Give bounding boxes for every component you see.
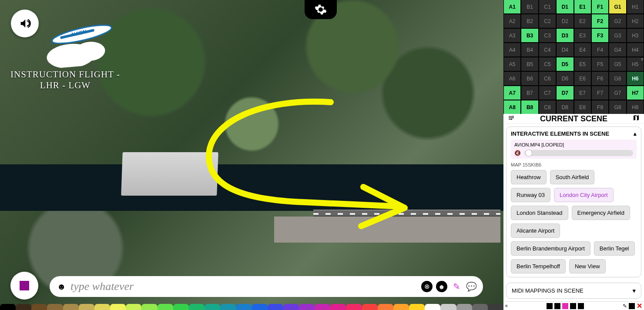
chat-icon[interactable]: 💬 bbox=[466, 281, 477, 292]
grid-cell-B2[interactable]: B2 bbox=[521, 14, 538, 28]
color-swatch[interactable] bbox=[547, 303, 553, 309]
handle-icon[interactable]: ≡ bbox=[505, 303, 508, 308]
palette-swatch[interactable] bbox=[315, 304, 330, 310]
record-button[interactable] bbox=[10, 272, 38, 300]
palette-swatch[interactable] bbox=[94, 304, 110, 310]
tag-heathrow[interactable]: Heathrow bbox=[511, 170, 547, 184]
palette-swatch[interactable] bbox=[362, 304, 378, 310]
grid-cell-G7[interactable]: G7 bbox=[609, 86, 626, 100]
grid-cell-C1[interactable]: C1 bbox=[539, 0, 556, 13]
grid-cell-D8[interactable]: D8 bbox=[557, 100, 573, 114]
grid-cell-A7[interactable]: A7 bbox=[504, 86, 520, 100]
tag-berlin-brandemburg-airport[interactable]: Berlin Brandemburg Airport bbox=[511, 241, 590, 256]
palette-swatch[interactable] bbox=[16, 304, 31, 310]
grid-cell-B7[interactable]: B7 bbox=[521, 86, 538, 100]
settings-sliders-icon[interactable] bbox=[508, 114, 515, 123]
palette-swatch[interactable] bbox=[425, 304, 440, 310]
palette-swatch[interactable] bbox=[63, 304, 79, 310]
tag-london-city-airport[interactable]: London City Airport bbox=[554, 188, 614, 202]
chat-input[interactable] bbox=[70, 280, 418, 293]
color-swatch[interactable] bbox=[629, 303, 635, 309]
palette-swatch[interactable] bbox=[173, 304, 189, 310]
grid-cell-D3[interactable]: D3 bbox=[557, 29, 573, 42]
grid-cell-C6[interactable]: C6 bbox=[539, 72, 556, 85]
tag-berlin-tegel[interactable]: Berlin Tegel bbox=[594, 241, 635, 256]
grid-cell-A5[interactable]: A5 bbox=[504, 57, 520, 71]
grid-cell-B1[interactable]: B1 bbox=[521, 0, 538, 13]
grid-cell-G8[interactable]: G8 bbox=[609, 100, 626, 114]
grid-cell-E5[interactable]: E5 bbox=[574, 57, 591, 71]
tag-london-stanstead[interactable]: London Stanstead bbox=[511, 206, 568, 220]
grid-cell-H3[interactable]: H3 bbox=[627, 29, 644, 42]
grid-cell-H7[interactable]: H7 bbox=[627, 86, 644, 100]
grid-cell-D2[interactable]: D2 bbox=[557, 14, 573, 28]
grid-cell-C7[interactable]: C7 bbox=[539, 86, 556, 100]
grid-cell-C5[interactable]: C5 bbox=[539, 57, 556, 71]
midi-mappings-panel[interactable]: MIDI MAPPINGS IN SCENE ▾ bbox=[506, 283, 641, 299]
edit-icon[interactable]: ✎ bbox=[623, 303, 627, 309]
grid-cell-D5[interactable]: D5 bbox=[557, 57, 573, 71]
grid-cell-B3[interactable]: B3 bbox=[521, 29, 538, 42]
palette-swatch[interactable] bbox=[378, 304, 393, 310]
grid-cell-H5[interactable]: H55 bbox=[627, 57, 644, 71]
grid-cell-G4[interactable]: G4 bbox=[609, 43, 626, 57]
grid-cell-C8[interactable]: C8 bbox=[539, 100, 556, 114]
palette-swatch[interactable] bbox=[299, 304, 315, 310]
map-icon[interactable] bbox=[633, 114, 640, 123]
color-swatch-active[interactable] bbox=[562, 303, 568, 309]
palette-swatch[interactable] bbox=[110, 304, 126, 310]
emoji-icon[interactable]: ☻ bbox=[56, 281, 67, 292]
grid-cell-A4[interactable]: A4 bbox=[504, 43, 520, 57]
grid-cell-E1[interactable]: E1 bbox=[574, 0, 591, 13]
grid-cell-A8[interactable]: A8 bbox=[504, 100, 520, 114]
grid-cell-G6[interactable]: G6 bbox=[609, 72, 626, 85]
grid-cell-D4[interactable]: D4 bbox=[557, 43, 573, 57]
grid-cell-E7[interactable]: E7 bbox=[574, 86, 591, 100]
settings-button[interactable] bbox=[305, 0, 337, 19]
grid-cell-B8[interactable]: B8 bbox=[521, 100, 538, 114]
color-swatch[interactable] bbox=[570, 303, 576, 309]
palette-swatch[interactable] bbox=[189, 304, 205, 310]
grid-cell-E3[interactable]: E3 bbox=[574, 29, 591, 42]
palette-swatch[interactable] bbox=[409, 304, 425, 310]
grid-cell-D1[interactable]: D1 bbox=[557, 0, 573, 13]
palette-swatch[interactable] bbox=[268, 304, 283, 310]
grid-cell-F3[interactable]: F3 bbox=[592, 29, 608, 42]
grid-cell-G1[interactable]: G1 bbox=[609, 0, 626, 13]
palette-swatch[interactable] bbox=[79, 304, 94, 310]
tag-alicante-airport[interactable]: Alicante Airport bbox=[511, 223, 560, 238]
grid-cell-D6[interactable]: D6 bbox=[557, 72, 573, 85]
tag-emergency-airfield[interactable]: Emergency Airfield bbox=[572, 206, 630, 220]
pencil-icon[interactable]: ✎ bbox=[451, 281, 462, 292]
tag-berlin-tempelhoff[interactable]: Berlin Tempelhoff bbox=[511, 259, 566, 273]
globe-icon[interactable]: ☻ bbox=[436, 281, 447, 292]
grid-cell-G2[interactable]: G2 bbox=[609, 14, 626, 28]
palette-swatch[interactable] bbox=[236, 304, 252, 310]
grid-cell-F2[interactable]: F2 bbox=[592, 14, 608, 28]
grid-cell-E2[interactable]: E2 bbox=[574, 14, 591, 28]
mute-icon[interactable]: 🔇 bbox=[514, 150, 521, 156]
grid-cell-C2[interactable]: C2 bbox=[539, 14, 556, 28]
tag-runway-03[interactable]: Runway 03 bbox=[511, 188, 550, 202]
grid-cell-A2[interactable]: A2 bbox=[504, 14, 520, 28]
palette-swatch[interactable] bbox=[205, 304, 220, 310]
grid-cell-F8[interactable]: F8 bbox=[592, 100, 608, 114]
grid-cell-B6[interactable]: B6 bbox=[521, 72, 538, 85]
grid-cell-H1[interactable]: H1 bbox=[627, 0, 644, 13]
color-swatch[interactable] bbox=[578, 303, 584, 309]
palette-swatch[interactable] bbox=[252, 304, 268, 310]
grid-cell-G3[interactable]: G3 bbox=[609, 29, 626, 42]
grid-cell-H4[interactable]: H4 bbox=[627, 43, 644, 57]
grid-cell-F5[interactable]: F5 bbox=[592, 57, 608, 71]
palette-swatch[interactable] bbox=[220, 304, 236, 310]
grid-cell-C3[interactable]: C3 bbox=[539, 29, 556, 42]
color-swatch[interactable] bbox=[554, 303, 560, 309]
tag-new-view[interactable]: New View bbox=[569, 259, 606, 273]
grid-cell-F6[interactable]: F6 bbox=[592, 72, 608, 85]
palette-swatch[interactable] bbox=[158, 304, 173, 310]
grid-cell-F7[interactable]: F7 bbox=[592, 86, 608, 100]
palette-swatch[interactable] bbox=[488, 304, 503, 310]
palette-swatch[interactable] bbox=[283, 304, 299, 310]
grid-cell-B4[interactable]: B4 bbox=[521, 43, 538, 57]
grid-cell-F1[interactable]: F1 bbox=[592, 0, 608, 13]
